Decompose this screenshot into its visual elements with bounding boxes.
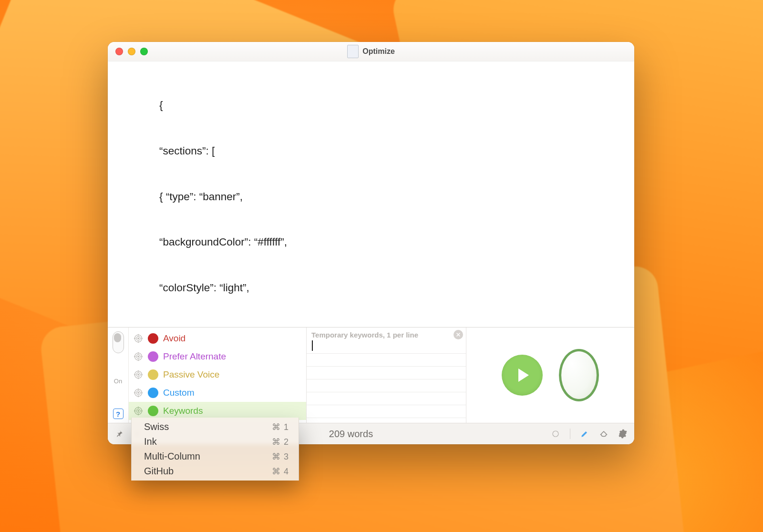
menu-label: Multi-Column (144, 451, 200, 462)
editor-line: “sections”: [ (159, 143, 625, 159)
menu-label: GitHub (144, 466, 174, 477)
menu-label: Swiss (144, 421, 169, 432)
titlebar[interactable]: Optimize (108, 42, 634, 61)
share-icon[interactable] (599, 429, 608, 439)
target-icon (134, 334, 143, 343)
rule-label: Keywords (163, 406, 203, 416)
rule-label: Custom (163, 388, 194, 398)
target-icon (134, 406, 143, 416)
keywords-input-pane[interactable]: Temporary keywords, 1 per line (306, 327, 466, 423)
menu-item-ink[interactable]: Ink ⌘ 2 (132, 434, 299, 449)
run-analysis-button[interactable] (502, 355, 543, 396)
svg-point-30 (138, 410, 139, 411)
svg-point-23 (138, 392, 139, 393)
rules-list: Avoid Prefer Alternate (129, 327, 306, 423)
highlighter-icon[interactable] (580, 429, 589, 439)
svg-point-37 (553, 431, 558, 437)
rule-label: Prefer Alternate (163, 351, 226, 362)
help-icon[interactable]: ? (113, 409, 124, 419)
pin-icon[interactable] (114, 429, 124, 439)
editor-line: “colorStyle”: “light”, (159, 280, 625, 296)
app-window: Optimize { “sections”: [ { “type”: “bann… (108, 42, 634, 444)
inspector-toggle-column: On ? (108, 327, 129, 423)
clear-keywords-icon[interactable] (454, 330, 463, 339)
score-indicator (559, 349, 599, 401)
traffic-lights (115, 48, 148, 55)
menu-item-swiss[interactable]: Swiss ⌘ 1 (132, 419, 299, 434)
menu-shortcut: ⌘ 3 (272, 451, 289, 462)
color-dot (148, 388, 158, 398)
target-icon (134, 352, 143, 361)
menu-shortcut: ⌘ 4 (272, 466, 289, 477)
theme-menu[interactable]: Swiss ⌘ 1 Ink ⌘ 2 Multi-Column ⌘ 3 GitHu… (131, 418, 299, 481)
gear-icon[interactable] (618, 429, 628, 439)
inspector-panel: On ? Avoid (108, 327, 634, 423)
target-icon (134, 370, 143, 379)
text-editor[interactable]: { “sections”: [ { “type”: “banner”, “bac… (108, 61, 634, 327)
color-dot (148, 406, 158, 416)
editor-line: { “type”: “banner”, (159, 189, 625, 205)
close-window-button[interactable] (115, 48, 123, 55)
rule-custom[interactable]: Custom (129, 384, 306, 402)
zoom-window-button[interactable] (140, 48, 148, 55)
rule-label: Avoid (163, 333, 186, 344)
menu-shortcut: ⌘ 2 (272, 437, 289, 447)
menu-shortcut: ⌘ 1 (272, 422, 289, 432)
svg-point-2 (138, 338, 139, 339)
toggle-label: On (114, 378, 122, 385)
color-dot (148, 369, 158, 380)
window-title: Optimize (362, 47, 395, 56)
color-dot (148, 333, 158, 344)
text-caret (312, 340, 313, 351)
minimize-window-button[interactable] (128, 48, 135, 55)
editor-line: { (159, 98, 625, 113)
document-icon (347, 45, 359, 58)
word-count: 209 words (329, 429, 373, 439)
rule-label: Passive Voice (163, 369, 219, 380)
rule-prefer-alternate[interactable]: Prefer Alternate (129, 348, 306, 366)
inspector-toggle[interactable] (113, 331, 124, 353)
svg-point-9 (138, 356, 139, 357)
keywords-textarea[interactable] (307, 341, 466, 423)
menu-item-github[interactable]: GitHub ⌘ 4 (132, 464, 299, 479)
circle-icon[interactable] (551, 429, 560, 439)
separator (570, 429, 570, 439)
menu-item-multi-column[interactable]: Multi-Column ⌘ 3 (132, 449, 299, 464)
keywords-placeholder: Temporary keywords, 1 per line (311, 331, 418, 339)
color-dot (148, 351, 158, 362)
target-icon (134, 388, 143, 398)
rule-avoid[interactable]: Avoid (129, 329, 306, 348)
editor-line: “backgroundColor”: “#ffffff”, (159, 235, 625, 250)
rule-passive-voice[interactable]: Passive Voice (129, 366, 306, 384)
menu-label: Ink (144, 436, 157, 447)
analysis-pane (466, 327, 634, 423)
svg-point-16 (138, 374, 139, 375)
